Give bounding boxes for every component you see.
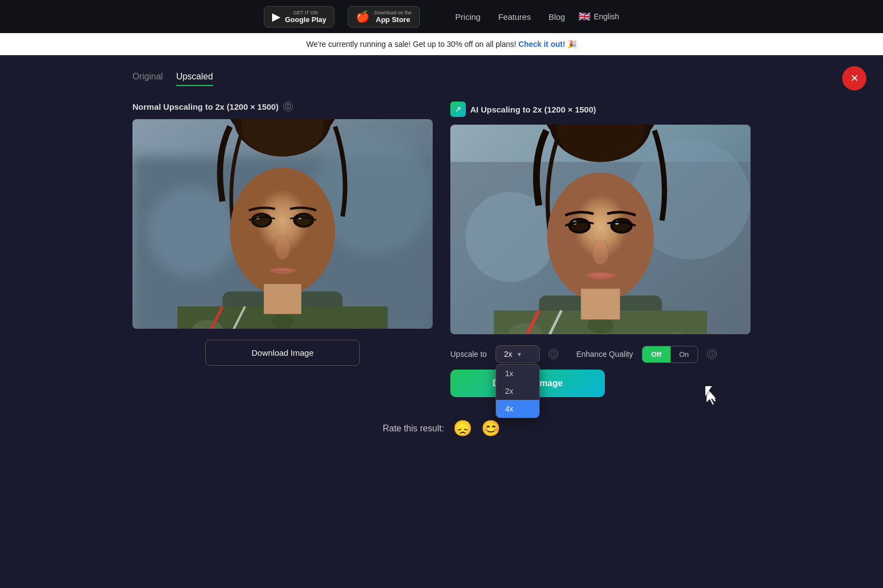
nav-links: Pricing Features Blog (455, 12, 565, 22)
left-panel-title: Normal Upscaling to 2x (1200 × 1500) ⓘ (132, 101, 433, 111)
flag-icon: 🇬🇧 (578, 10, 591, 23)
google-play-text: GET IT ON Google Play (285, 10, 326, 24)
svg-rect-34 (581, 288, 620, 319)
svg-point-31 (588, 317, 613, 334)
enhance-quality-toggle: Off On (642, 346, 698, 363)
rate-label: Rate this result: (382, 424, 444, 434)
happy-emoji-button[interactable]: 😊 (481, 419, 501, 437)
app-store-text: Download on the App Store (374, 10, 412, 24)
apple-icon: 🍎 (356, 10, 370, 23)
close-button[interactable]: ✕ (842, 66, 866, 90)
dropdown-option-1x[interactable]: 1x (496, 365, 539, 382)
svg-point-13 (230, 168, 335, 295)
left-panel-info-icon[interactable]: ⓘ (283, 101, 293, 111)
dropdown-container: 2x ▼ 1x 2x 4x (496, 345, 540, 363)
left-image-container (132, 119, 433, 329)
banner-text: We're currently running a sale! Get up t… (306, 40, 516, 49)
chevron-down-icon: ▼ (517, 351, 522, 357)
enhance-info-icon[interactable]: ⓘ (707, 349, 717, 359)
upscale-dropdown[interactable]: 2x ▼ (496, 345, 540, 363)
right-panel-title-text: AI Upscaling to 2x (1200 × 1500) (470, 105, 596, 114)
left-panel: Normal Upscaling to 2x (1200 × 1500) ⓘ (132, 101, 433, 403)
ai-upscale-icon: ↗ (450, 101, 466, 117)
main-content: Original Upscaled Normal Upscaling to 2x… (110, 55, 773, 471)
blog-link[interactable]: Blog (549, 12, 565, 22)
sad-emoji-button[interactable]: 😞 (453, 419, 472, 437)
comparison-grid: Normal Upscaling to 2x (1200 × 1500) ⓘ (132, 101, 751, 403)
right-image-container (450, 125, 751, 334)
left-image (132, 119, 433, 329)
tab-original[interactable]: Original (132, 72, 163, 86)
dropdown-option-2x[interactable]: 2x (496, 382, 539, 400)
svg-point-33 (547, 173, 653, 302)
left-download-button[interactable]: Download Image (205, 340, 360, 366)
language-selector[interactable]: 🇬🇧 English (578, 10, 619, 23)
svg-point-23 (465, 192, 555, 282)
upscale-info-icon[interactable]: ⓘ (549, 349, 558, 359)
controls-row: Upscale to 2x ▼ 1x 2x 4x ⓘ (450, 345, 751, 363)
right-panel-footer: Upscale to 2x ▼ 1x 2x 4x ⓘ (450, 334, 751, 403)
google-play-icon: ▶ (272, 10, 280, 23)
svg-point-11 (272, 314, 294, 329)
right-image (450, 125, 751, 334)
right-panel-title: ↗ AI Upscaling to 2x (1200 × 1500) (450, 101, 751, 117)
dropdown-option-4x[interactable]: 4x (496, 400, 539, 418)
sale-banner: We're currently running a sale! Get up t… (0, 33, 883, 55)
pricing-link[interactable]: Pricing (455, 12, 481, 22)
google-play-button[interactable]: ▶ GET IT ON Google Play (264, 6, 334, 28)
features-link[interactable]: Features (498, 12, 531, 22)
left-panel-title-text: Normal Upscaling to 2x (1200 × 1500) (132, 102, 279, 111)
toggle-off-button[interactable]: Off (642, 346, 671, 362)
toggle-on-button[interactable]: On (671, 346, 698, 362)
banner-link[interactable]: Check it out! 🎉 (518, 40, 577, 49)
tabs: Original Upscaled (132, 72, 751, 86)
app-store-button[interactable]: 🍎 Download on the App Store (348, 6, 420, 28)
tab-upscaled[interactable]: Upscaled (176, 72, 213, 86)
right-panel: ↗ AI Upscaling to 2x (1200 × 1500) (450, 101, 751, 403)
top-nav: ▶ GET IT ON Google Play 🍎 Download on th… (0, 0, 883, 33)
language-label: English (594, 12, 619, 21)
enhance-quality-label: Enhance Quality (576, 350, 633, 359)
left-panel-footer: Download Image (132, 329, 433, 371)
upscale-to-label: Upscale to (450, 350, 487, 359)
dropdown-value: 2x (504, 350, 512, 359)
rate-section: Rate this result: 😞 😊 (132, 403, 751, 454)
svg-rect-14 (264, 284, 301, 314)
dropdown-menu: 1x 2x 4x (496, 364, 540, 418)
